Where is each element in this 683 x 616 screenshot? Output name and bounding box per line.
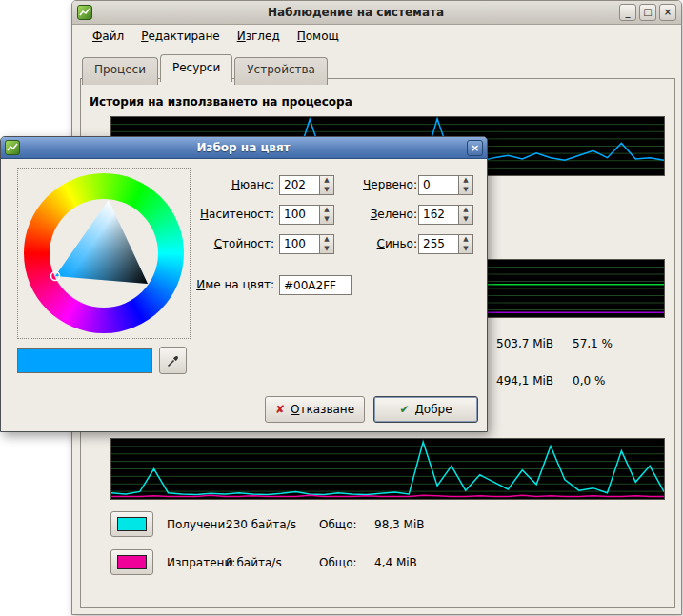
red-spinner[interactable]: 0 ▲▼ (418, 175, 473, 195)
sent-label: Изпратени: (167, 556, 226, 569)
received-total: 98,3 MiB (374, 518, 424, 531)
menu-view[interactable]: Изглед (231, 27, 287, 46)
value-spinner[interactable]: 100 ▲▼ (279, 234, 334, 254)
spin-up-icon[interactable]: ▲ (320, 235, 333, 245)
spin-up-icon[interactable]: ▲ (320, 206, 333, 215)
ok-label: Добре (414, 403, 452, 416)
tab-resources[interactable]: Ресурси (160, 54, 232, 82)
ok-button[interactable]: ✔ Добре (373, 396, 478, 423)
menu-edit[interactable]: Редактиране (134, 27, 227, 46)
menu-file[interactable]: Файл (86, 27, 131, 46)
received-color-button[interactable] (110, 511, 153, 537)
color-wheel[interactable] (17, 168, 191, 339)
hue-label: Нюанс: (171, 175, 274, 195)
saturation-label: Наситеност: (171, 205, 274, 225)
spin-down-icon[interactable]: ▼ (320, 245, 333, 254)
green-spinner[interactable]: 162 ▲▼ (418, 205, 473, 225)
menubar: Файл Редактиране Изглед Помощ (72, 25, 681, 48)
blue-spinner[interactable]: 255 ▲▼ (418, 234, 473, 254)
menu-help[interactable]: Помощ (291, 27, 346, 46)
spin-up-icon[interactable]: ▲ (459, 235, 472, 245)
eyedropper-icon (166, 353, 181, 368)
spin-down-icon[interactable]: ▼ (320, 215, 333, 225)
swap-stats-row: 494,1 MiB 0,0 % (496, 374, 605, 387)
minimize-button[interactable]: _ (619, 4, 636, 21)
spin-down-icon[interactable]: ▼ (459, 186, 472, 195)
received-color-swatch (117, 517, 147, 531)
received-total-label: Общо: (319, 518, 374, 531)
window-controls: _ □ × (619, 4, 676, 21)
main-window-title: Наблюдение на системата (96, 6, 615, 19)
ok-check-icon: ✔ (399, 403, 409, 416)
color-name-input[interactable] (279, 275, 352, 295)
network-sent-row: Изпратени: 0 байта/s Общо: 4,4 MiB (110, 549, 417, 575)
sent-color-button[interactable] (110, 549, 153, 575)
spin-up-icon[interactable]: ▲ (320, 176, 333, 186)
sent-total-label: Общо: (319, 556, 374, 569)
color-preview (17, 348, 152, 373)
red-label: Червено: (336, 175, 417, 195)
spin-down-icon[interactable]: ▼ (459, 245, 472, 254)
eyedropper-button[interactable] (159, 347, 187, 374)
received-label: Получени: (167, 518, 226, 531)
tab-processes[interactable]: Процеси (82, 57, 158, 85)
dialog-title: Избор на цвят (24, 141, 463, 154)
dialog-app-icon (5, 140, 20, 155)
network-received-row: Получени: 230 байта/s Общо: 98,3 MiB (110, 511, 424, 537)
swap-amount: 494,1 MiB (496, 374, 573, 387)
dialog-close-button[interactable]: × (467, 140, 483, 156)
value-label: Стойност: (171, 234, 274, 254)
close-button[interactable]: × (659, 4, 676, 21)
spin-down-icon[interactable]: ▼ (459, 215, 472, 225)
cancel-label: Отказване (291, 403, 354, 416)
sent-total: 4,4 MiB (374, 556, 417, 569)
main-titlebar[interactable]: Наблюдение на системата _ □ × (72, 1, 681, 25)
swap-percent: 0,0 % (573, 374, 605, 387)
green-label: Зелено: (336, 205, 417, 225)
network-history-chart (110, 438, 665, 500)
tab-bar: Процеси Ресурси Устройства (82, 54, 330, 82)
blue-label: Синьо: (336, 234, 417, 254)
saturation-spinner[interactable]: 100 ▲▼ (279, 205, 334, 225)
saturation-value-triangle[interactable] (18, 169, 190, 338)
color-name-label: Име на цвят: (171, 275, 274, 295)
memory-amount: 503,7 MiB (496, 337, 573, 350)
sent-color-swatch (117, 555, 147, 569)
maximize-button[interactable]: □ (639, 4, 656, 21)
system-monitor-icon (77, 5, 92, 20)
dialog-titlebar[interactable]: Избор на цвят × (1, 137, 487, 159)
spin-up-icon[interactable]: ▲ (459, 176, 472, 186)
color-picker-dialog: Избор на цвят × Нюанс: 202 (0, 136, 488, 432)
cancel-x-icon: ✘ (275, 403, 285, 416)
spin-down-icon[interactable]: ▼ (320, 186, 333, 195)
cpu-history-title: История на използването на процесора (90, 95, 352, 109)
sent-rate: 0 байта/s (226, 556, 319, 569)
memory-percent: 57,1 % (573, 337, 613, 350)
tab-devices[interactable]: Устройства (234, 57, 328, 85)
received-rate: 230 байта/s (226, 518, 319, 531)
memory-stats-row: 503,7 MiB 57,1 % (496, 337, 613, 350)
hue-spinner[interactable]: 202 ▲▼ (279, 175, 334, 195)
spin-up-icon[interactable]: ▲ (459, 206, 472, 215)
cancel-button[interactable]: ✘ Отказване (265, 396, 365, 423)
